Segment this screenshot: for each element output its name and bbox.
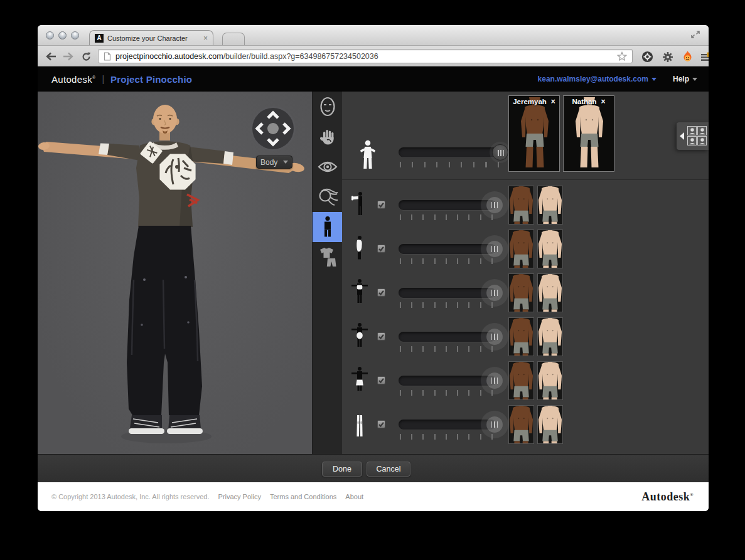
- cancel-button[interactable]: Cancel: [367, 462, 410, 477]
- four-way-rotate-icon: [252, 108, 294, 149]
- window-minimize-button[interactable]: [58, 31, 67, 40]
- url-text[interactable]: projectpinocchio.autodesk.com/builder/bu…: [115, 52, 378, 61]
- remove-character-icon[interactable]: ×: [551, 98, 555, 105]
- browser-titlebar[interactable]: A Customize your Character ×: [38, 25, 709, 45]
- check-icon: [378, 377, 385, 384]
- user-account-menu[interactable]: kean.walmsley@autodesk.com: [538, 75, 657, 83]
- variant-thumbnail-dark[interactable]: [508, 317, 534, 356]
- slider-track[interactable]: [399, 288, 496, 298]
- slider-ticks: [400, 302, 493, 308]
- torso-thumbnail: [509, 230, 533, 268]
- knob-grip-icon: [491, 378, 498, 384]
- torso-thumbnail: [538, 186, 562, 224]
- slider-track[interactable]: [399, 420, 496, 430]
- enable-checkbox[interactable]: [377, 201, 385, 209]
- tab-eyes[interactable]: [313, 152, 343, 182]
- slider-knob[interactable]: [486, 285, 503, 301]
- variant-thumbnail-light[interactable]: [537, 186, 563, 225]
- builder-content: Body: [38, 92, 709, 454]
- slider-knob[interactable]: [486, 197, 503, 213]
- privacy-policy-link[interactable]: Privacy Policy: [218, 493, 260, 500]
- window-expand-icon[interactable]: [690, 29, 701, 40]
- about-link[interactable]: About: [345, 493, 363, 500]
- slider-track[interactable]: [399, 244, 496, 254]
- slider-track[interactable]: [399, 376, 496, 386]
- tab-body[interactable]: [313, 212, 343, 242]
- browser-tab[interactable]: A Customize your Character ×: [89, 30, 213, 45]
- slider-knob[interactable]: [486, 372, 503, 389]
- extension-gear-button[interactable]: [662, 51, 673, 63]
- blend-character-card[interactable]: Jeremyah×: [508, 95, 560, 172]
- variant-thumbnail-dark[interactable]: [508, 273, 534, 312]
- reload-button[interactable]: [79, 50, 93, 63]
- terms-link[interactable]: Terms and Conditions: [270, 493, 336, 500]
- slider-track[interactable]: [399, 332, 496, 342]
- legs-icon: [351, 410, 368, 439]
- tab-face[interactable]: [313, 92, 343, 122]
- character-viewport[interactable]: Body: [38, 92, 312, 454]
- slider-track[interactable]: [399, 200, 496, 210]
- slider-knob[interactable]: [486, 416, 503, 433]
- rotation-control[interactable]: [252, 108, 294, 149]
- copyright-text: © Copyright 2013 Autodesk, Inc. All righ…: [51, 493, 209, 500]
- enable-checkbox[interactable]: [377, 420, 385, 428]
- blend-character-card[interactable]: Nathan×: [563, 95, 614, 172]
- variant-thumbnail-dark[interactable]: [508, 186, 534, 225]
- character-picker-flyout[interactable]: [677, 122, 709, 150]
- check-icon: [378, 245, 385, 252]
- master-slider-knob[interactable]: [492, 144, 508, 161]
- variant-thumbnail-light[interactable]: [537, 273, 563, 312]
- tab-hands[interactable]: [313, 122, 343, 152]
- app-title: Project Pinocchio: [110, 74, 192, 85]
- slider-knob[interactable]: [486, 329, 503, 345]
- done-button[interactable]: Done: [322, 462, 362, 477]
- url-domain: projectpinocchio.autodesk.com: [115, 52, 223, 61]
- back-button[interactable]: [44, 50, 58, 63]
- slider-row-upper-body: [342, 227, 709, 271]
- tab-favicon: A: [95, 34, 104, 43]
- character-grid-icon: [687, 126, 707, 146]
- extension-flame-button[interactable]: [682, 51, 694, 63]
- mode-dropdown[interactable]: Body: [256, 156, 292, 169]
- blend-character-name: Jeremyah: [513, 98, 547, 105]
- torso-thumbnail: [509, 318, 533, 356]
- window-close-button[interactable]: [46, 31, 54, 40]
- hair-icon: [317, 187, 338, 207]
- torso-thumbnail: [509, 186, 533, 224]
- tab-close-icon[interactable]: ×: [203, 34, 208, 42]
- help-menu[interactable]: Help: [673, 75, 697, 83]
- bookmark-star-icon[interactable]: [617, 51, 627, 61]
- variant-thumbnail-light[interactable]: [537, 361, 563, 400]
- person-bust-icon: [689, 127, 696, 135]
- url-path: /builder/build.aspx?g=634986757234502036: [223, 52, 378, 61]
- window-zoom-button[interactable]: [71, 31, 79, 40]
- eye-icon: [318, 159, 338, 174]
- desktop-background: A Customize your Character × projectpi: [0, 0, 745, 560]
- forward-button[interactable]: [62, 50, 75, 63]
- enable-checkbox[interactable]: [377, 288, 385, 297]
- reload-icon: [81, 51, 92, 62]
- tab-outfit[interactable]: [313, 242, 343, 272]
- extension-gear-circle-button[interactable]: [641, 51, 653, 63]
- master-slider-track[interactable]: [399, 147, 502, 157]
- variant-thumbnail-dark[interactable]: [508, 230, 534, 268]
- tab-hair[interactable]: [313, 182, 343, 212]
- variant-thumbnail-dark[interactable]: [508, 361, 534, 400]
- variant-thumbnail-light[interactable]: [537, 405, 563, 444]
- slider-knob[interactable]: [486, 241, 503, 257]
- browser-menu-button[interactable]: [700, 51, 709, 63]
- new-tab-button[interactable]: [222, 33, 245, 45]
- remove-character-icon[interactable]: ×: [601, 98, 605, 105]
- enable-checkbox[interactable]: [377, 245, 385, 253]
- belly-icon: [351, 322, 368, 351]
- variant-thumbnail-light[interactable]: [537, 230, 563, 268]
- page-footer: © Copyright 2013 Autodesk, Inc. All righ…: [38, 482, 709, 511]
- url-bar[interactable]: projectpinocchio.autodesk.com/builder/bu…: [98, 49, 633, 63]
- enable-checkbox[interactable]: [377, 332, 385, 341]
- enable-checkbox[interactable]: [377, 376, 385, 384]
- mode-dropdown-value: Body: [260, 158, 277, 167]
- variant-thumbnail-light[interactable]: [537, 317, 563, 356]
- header-divider: |: [102, 74, 104, 84]
- variant-thumbnail-dark[interactable]: [508, 405, 534, 444]
- chevron-down-icon: [651, 78, 657, 81]
